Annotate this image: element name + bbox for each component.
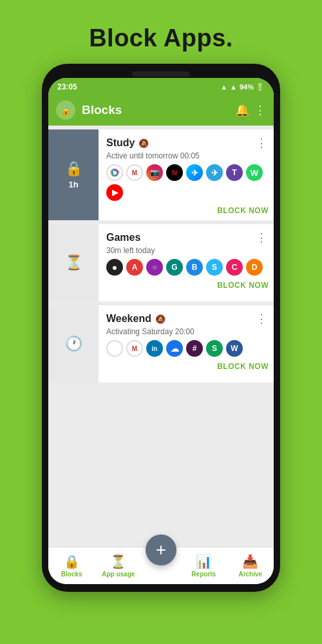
block-left-weekend: 🕐	[48, 305, 99, 383]
signal-icon: ▲	[230, 83, 237, 91]
block-name-row-games: Games	[106, 232, 140, 243]
nav-item-app-usage[interactable]: ⏳ App usage	[95, 554, 142, 578]
app-bar: 🔒 Blocks 🔔 ⋮	[48, 95, 274, 126]
weekend-block-now-btn[interactable]: BLOCK NOW	[217, 362, 269, 371]
status-icons: ▲ ▲ 94% 🔋	[220, 83, 265, 91]
block-card-weekend: 🕐 Weekend 🔕 ⋮ Activating Saturday 20:00 …	[48, 305, 274, 383]
games-app-4: G	[166, 259, 183, 276]
block-header-weekend: Weekend 🔕 ⋮	[106, 312, 269, 326]
app-bar-title: Blocks	[82, 103, 229, 117]
nav-item-archive[interactable]: 📥 Archive	[227, 554, 274, 578]
weekend-app-sheets: S	[206, 340, 223, 357]
block-right-study: Study 🔕 ⋮ Active until tomorrow 00:05 M …	[99, 129, 274, 220]
games-app-1: ●	[106, 259, 123, 276]
app-bar-logo: 🔒	[56, 100, 75, 120]
lock-icon: 🔒	[60, 104, 72, 116]
study-app-whatsapp: W	[246, 164, 263, 181]
weekend-app-linkedin: in	[146, 340, 163, 357]
nav-app-usage-icon: ⏳	[110, 554, 126, 569]
wifi-icon: ▲	[220, 83, 227, 91]
nav-blocks-label: Blocks	[61, 571, 82, 578]
phone-screen: 23:05 ▲ ▲ 94% 🔋 🔒 Blocks 🔔 ⋮ 🔒	[48, 78, 274, 584]
nav-app-usage-label: App usage	[102, 571, 135, 578]
weekend-menu-icon[interactable]: ⋮	[254, 312, 269, 326]
study-app-youtube: ▶	[106, 184, 123, 201]
games-app-6: S	[206, 259, 223, 276]
nav-fab-plus-icon: +	[156, 541, 166, 559]
block-left-study: 🔒 1h	[48, 129, 99, 220]
more-options-icon[interactable]: ⋮	[254, 103, 266, 117]
bottom-nav: 🔒 Blocks ⏳ App usage 📊 Reports 📥 Archive…	[48, 547, 274, 584]
nav-item-blocks[interactable]: 🔒 Blocks	[48, 554, 95, 578]
nav-reports-label: Reports	[191, 571, 216, 578]
nav-archive-label: Archive	[238, 571, 262, 578]
games-app-7: C	[226, 259, 243, 276]
study-app-twitch: T	[226, 164, 243, 181]
notification-icon[interactable]: 🔔	[235, 103, 249, 117]
nav-reports-icon: 📊	[196, 554, 212, 569]
weekend-block-name: Weekend	[106, 313, 151, 325]
weekend-app-gmail: M	[126, 340, 143, 357]
games-block-name: Games	[106, 232, 140, 243]
nav-blocks-icon: 🔒	[64, 554, 80, 569]
block-name-row-weekend: Weekend 🔕	[106, 313, 166, 325]
study-subtitle: Active until tomorrow 00:05	[106, 151, 269, 160]
study-menu-icon[interactable]: ⋮	[254, 136, 269, 150]
content-area: 🔒 1h Study 🔕 ⋮ Active until tomorrow 00:…	[48, 126, 274, 547]
games-app-icons: ● A ○ G B S C D	[106, 259, 269, 276]
games-app-3: ○	[146, 259, 163, 276]
block-header-study: Study 🔕 ⋮	[106, 136, 269, 150]
study-lock-icon: 🔒	[65, 160, 82, 177]
study-app-icons: M 📷 N ✈ ✈ T W ▶	[106, 164, 269, 201]
nav-archive-icon: 📥	[242, 554, 258, 569]
phone-notch	[132, 71, 190, 77]
games-app-5: B	[186, 259, 203, 276]
weekend-app-cloud: ☁	[166, 340, 183, 357]
block-right-weekend: Weekend 🔕 ⋮ Activating Saturday 20:00 △ …	[99, 305, 274, 383]
study-app-chrome	[106, 164, 123, 181]
weekend-bell-icon: 🔕	[155, 314, 166, 324]
study-block-name: Study	[106, 137, 135, 149]
weekend-subtitle: Activating Saturday 20:00	[106, 327, 269, 336]
study-block-now-btn[interactable]: BLOCK NOW	[217, 206, 269, 215]
phone-frame: 23:05 ▲ ▲ 94% 🔋 🔒 Blocks 🔔 ⋮ 🔒	[42, 64, 280, 592]
games-block-now-btn[interactable]: BLOCK NOW	[217, 281, 269, 290]
block-card-study: 🔒 1h Study 🔕 ⋮ Active until tomorrow 00:…	[48, 129, 274, 220]
block-card-games: ⏳ Games ⋮ 30m left today ● A ○ G	[48, 224, 274, 301]
weekend-app-word: W	[226, 340, 243, 357]
games-subtitle: 30m left today	[106, 246, 269, 255]
page-title: Block Apps.	[89, 24, 233, 52]
games-app-8: D	[246, 259, 263, 276]
block-right-games: Games ⋮ 30m left today ● A ○ G B S C D	[99, 224, 274, 301]
study-app-messenger: ✈	[186, 164, 203, 181]
games-menu-icon[interactable]: ⋮	[254, 231, 269, 245]
weekend-clock-icon: 🕐	[65, 336, 82, 352]
games-app-2: A	[126, 259, 143, 276]
block-left-games: ⏳	[48, 224, 99, 301]
phone-notch-bar	[48, 71, 274, 77]
weekend-app-slack: #	[186, 340, 203, 357]
nav-item-reports[interactable]: 📊 Reports	[180, 554, 227, 578]
status-time: 23:05	[57, 82, 77, 91]
empty-area	[48, 383, 274, 547]
games-timer-icon: ⏳	[65, 254, 82, 271]
study-time-label: 1h	[68, 180, 78, 189]
weekend-app-gdrive: △	[106, 340, 123, 357]
block-name-row-study: Study 🔕	[106, 137, 149, 149]
weekend-app-icons: △ M in ☁ # S W	[106, 340, 269, 357]
study-app-gmail: M	[126, 164, 143, 181]
study-bell-icon: 🔕	[138, 138, 149, 148]
study-app-instagram: 📷	[146, 164, 163, 181]
nav-fab-button[interactable]: +	[146, 535, 176, 565]
battery-indicator: 94% 🔋	[240, 83, 265, 91]
status-bar: 23:05 ▲ ▲ 94% 🔋	[48, 78, 274, 95]
study-app-netflix: N	[166, 164, 183, 181]
block-header-games: Games ⋮	[106, 231, 269, 245]
study-app-telegram: ✈	[206, 164, 223, 181]
app-bar-actions: 🔔 ⋮	[235, 103, 266, 117]
